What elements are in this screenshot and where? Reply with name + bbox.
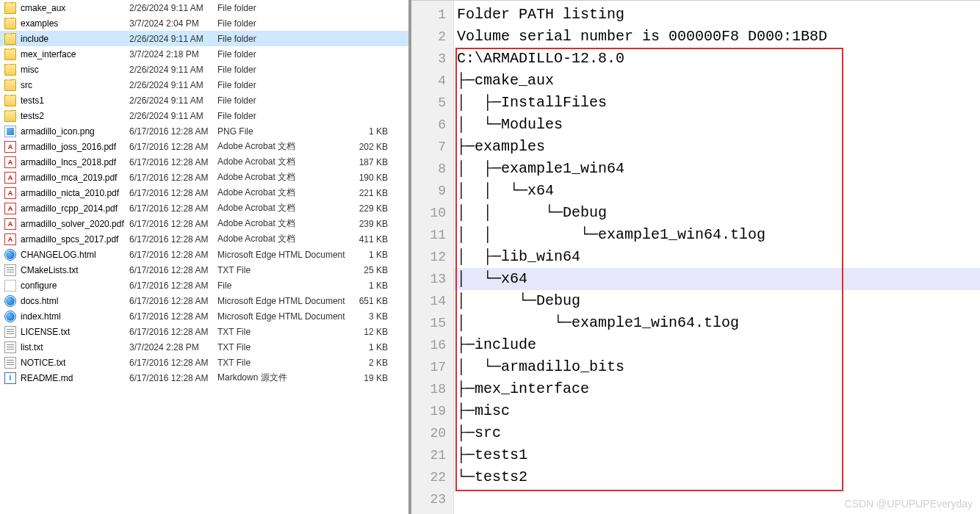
- code-line[interactable]: Folder PATH listing: [454, 4, 980, 26]
- file-size-label: 3 KB: [350, 311, 394, 322]
- png-icon: [4, 126, 16, 137]
- line-number: 3: [411, 48, 453, 70]
- code-line[interactable]: │ └─Debug: [454, 290, 980, 312]
- file-name-label: armadillo_nicta_2010.pdf: [21, 188, 119, 198]
- file-size-label: 239 KB: [350, 219, 394, 229]
- file-row[interactable]: include2/26/2024 9:11 AMFile folder: [0, 31, 408, 46]
- folder-icon: [4, 79, 16, 91]
- code-line[interactable]: │ └─example1_win64.tlog: [454, 312, 980, 334]
- file-name-label: armadillo_spcs_2017.pdf: [21, 234, 118, 245]
- code-line[interactable]: ├─misc: [454, 400, 980, 422]
- file-row[interactable]: index.html6/17/2016 12:28 AMMicrosoft Ed…: [0, 308, 408, 324]
- code-line[interactable]: │ └─x64: [454, 268, 980, 290]
- folder-icon: [4, 110, 16, 122]
- file-row[interactable]: cmake_aux2/26/2024 9:11 AMFile folder: [0, 0, 408, 15]
- file-size-label: 25 KB: [350, 265, 394, 275]
- file-size-label: 12 KB: [350, 327, 394, 337]
- file-row[interactable]: armadillo_rcpp_2014.pdf6/17/2016 12:28 A…: [0, 200, 408, 216]
- code-line[interactable]: │ ├─InstallFiles: [454, 92, 980, 114]
- watermark-text: CSDN @UPUPUPEveryday: [845, 498, 973, 510]
- code-line[interactable]: │ ├─example1_win64: [454, 158, 980, 180]
- file-row[interactable]: armadillo_lncs_2018.pdf6/17/2016 12:28 A…: [0, 154, 408, 170]
- file-size-label: 1 KB: [350, 280, 394, 291]
- file-row[interactable]: LICENSE.txt6/17/2016 12:28 AMTXT File12 …: [0, 324, 408, 339]
- code-line[interactable]: │ │ └─example1_win64.tlog: [454, 224, 980, 246]
- file-date-label: 2/26/2024 9:11 AM: [129, 80, 217, 90]
- file-size-label: 1 KB: [350, 250, 394, 260]
- code-line[interactable]: │ │ └─Debug: [454, 202, 980, 224]
- file-date-label: 3/7/2024 2:28 PM: [129, 342, 217, 352]
- file-row[interactable]: configure6/17/2016 12:28 AMFile1 KB: [0, 278, 408, 293]
- file-row[interactable]: CMakeLists.txt6/17/2016 12:28 AMTXT File…: [0, 262, 408, 278]
- file-explorer-list[interactable]: cmake_aux2/26/2024 9:11 AMFile folderexa…: [0, 0, 411, 514]
- file-date-label: 6/17/2016 12:28 AM: [129, 173, 217, 183]
- code-line[interactable]: │ ├─lib_win64: [454, 246, 980, 268]
- file-row[interactable]: armadillo_icon.png6/17/2016 12:28 AMPNG …: [0, 123, 408, 139]
- line-number: 16: [411, 334, 453, 356]
- file-row[interactable]: armadillo_solver_2020.pdf6/17/2016 12:28…: [0, 216, 408, 231]
- file-type-label: File folder: [217, 80, 350, 90]
- code-line[interactable]: │ └─armadillo_bits: [454, 356, 980, 378]
- file-size-label: 202 KB: [350, 142, 394, 152]
- line-number: 12: [411, 246, 453, 268]
- file-type-label: Microsoft Edge HTML Document: [217, 250, 350, 260]
- file-row[interactable]: NOTICE.txt6/17/2016 12:28 AMTXT File2 KB: [0, 355, 408, 370]
- code-line[interactable]: ├─mex_interface: [454, 378, 980, 400]
- code-line[interactable]: └─tests2: [454, 466, 980, 488]
- code-line[interactable]: │ │ └─x64: [454, 180, 980, 202]
- line-number: 1: [411, 4, 453, 26]
- file-date-label: 6/17/2016 12:28 AM: [129, 126, 217, 137]
- txt-icon: [4, 341, 16, 353]
- code-line[interactable]: ├─cmake_aux: [454, 70, 980, 92]
- code-area[interactable]: Folder PATH listingVolume serial number …: [454, 1, 980, 514]
- file-row[interactable]: misc2/26/2024 9:11 AMFile folder: [0, 62, 408, 77]
- file-row[interactable]: armadillo_joss_2016.pdf6/17/2016 12:28 A…: [0, 139, 408, 154]
- file-row[interactable]: tests12/26/2024 9:11 AMFile folder: [0, 93, 408, 108]
- file-type-label: PNG File: [217, 126, 350, 137]
- file-name-label: examples: [21, 18, 58, 29]
- line-number: 8: [411, 158, 453, 180]
- code-line[interactable]: Volume serial number is 000000F8 D000:1B…: [454, 26, 980, 48]
- file-name-label: misc: [21, 65, 39, 75]
- file-type-label: TXT File: [217, 342, 350, 352]
- html-icon: [4, 295, 16, 307]
- code-line[interactable]: C:\ARMADILLO-12.8.0: [454, 48, 980, 70]
- file-date-label: 6/17/2016 12:28 AM: [129, 265, 217, 275]
- file-type-label: File folder: [217, 18, 350, 29]
- file-type-label: Adobe Acrobat 文档: [217, 187, 350, 199]
- line-number: 21: [411, 444, 453, 466]
- line-number: 10: [411, 202, 453, 224]
- file-name-label: list.txt: [21, 342, 43, 352]
- file-row[interactable]: armadillo_mca_2019.pdf6/17/2016 12:28 AM…: [0, 170, 408, 185]
- file-row[interactable]: docs.html6/17/2016 12:28 AMMicrosoft Edg…: [0, 293, 408, 308]
- file-name-label: CMakeLists.txt: [21, 265, 79, 275]
- file-name-label: armadillo_lncs_2018.pdf: [21, 157, 116, 167]
- file-name-label: armadillo_icon.png: [21, 126, 95, 137]
- file-date-label: 6/17/2016 12:28 AM: [129, 327, 217, 337]
- file-date-label: 6/17/2016 12:28 AM: [129, 203, 217, 214]
- pdf-icon: [4, 187, 16, 199]
- file-row[interactable]: CHANGELOG.html6/17/2016 12:28 AMMicrosof…: [0, 247, 408, 262]
- file-row[interactable]: tests22/26/2024 9:11 AMFile folder: [0, 108, 408, 123]
- file-row[interactable]: armadillo_nicta_2010.pdf6/17/2016 12:28 …: [0, 185, 408, 200]
- file-size-label: 187 KB: [350, 157, 394, 167]
- file-name-label: include: [21, 34, 48, 44]
- file-type-label: File folder: [217, 95, 350, 106]
- file-date-label: 6/17/2016 12:28 AM: [129, 142, 217, 152]
- file-type-label: Microsoft Edge HTML Document: [217, 311, 350, 322]
- file-name-label: docs.html: [21, 296, 58, 306]
- folder-icon: [4, 2, 16, 14]
- file-row[interactable]: src2/26/2024 9:11 AMFile folder: [0, 77, 408, 93]
- code-line[interactable]: ├─include: [454, 334, 980, 356]
- code-line[interactable]: ├─tests1: [454, 444, 980, 466]
- pdf-icon: [4, 141, 16, 153]
- file-name-label: armadillo_mca_2019.pdf: [21, 173, 117, 183]
- file-row[interactable]: list.txt3/7/2024 2:28 PMTXT File1 KB: [0, 339, 408, 355]
- code-line[interactable]: │ └─Modules: [454, 114, 980, 136]
- file-row[interactable]: README.md6/17/2016 12:28 AMMarkdown 源文件1…: [0, 370, 408, 386]
- file-row[interactable]: mex_interface3/7/2024 2:18 PMFile folder: [0, 46, 408, 62]
- code-line[interactable]: ├─src: [454, 422, 980, 444]
- file-row[interactable]: armadillo_spcs_2017.pdf6/17/2016 12:28 A…: [0, 231, 408, 247]
- file-row[interactable]: examples3/7/2024 2:04 PMFile folder: [0, 15, 408, 31]
- code-line[interactable]: ├─examples: [454, 136, 980, 158]
